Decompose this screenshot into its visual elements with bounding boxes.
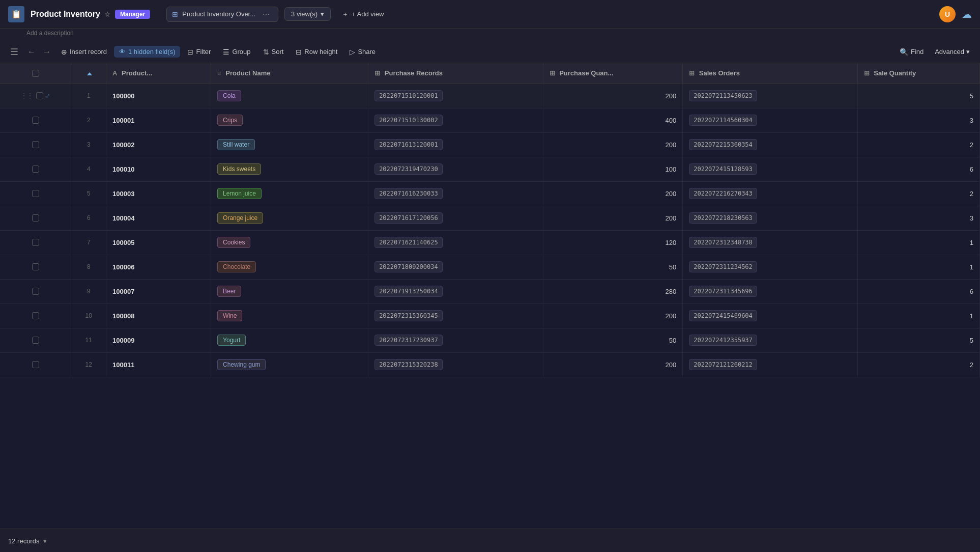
- purchase-record-chip[interactable]: 2022072317230937: [374, 335, 443, 346]
- salesorders-column-header[interactable]: ⊞ Sales Orders: [683, 63, 857, 84]
- star-icon[interactable]: ☆: [104, 10, 111, 18]
- table-row[interactable]: 7100005Cookies20220716211406251202022072…: [0, 230, 980, 255]
- share-button[interactable]: ▷ Share: [344, 45, 381, 59]
- sale-quantity-cell: 5: [857, 328, 979, 352]
- row-checkbox[interactable]: [32, 263, 39, 270]
- sales-orders-cell: 2022072113450623: [683, 84, 857, 108]
- table-row[interactable]: 2100001Crips2022071510130002400202207211…: [0, 108, 980, 132]
- sidebar-toggle-button[interactable]: ☰: [6, 44, 22, 60]
- purchase-quantity-cell: 200: [543, 352, 683, 377]
- row-checkbox[interactable]: [32, 214, 39, 222]
- table-row[interactable]: 8100006Chocolate202207180920003450202207…: [0, 255, 980, 279]
- sales-order-chip[interactable]: 2022072415469604: [689, 310, 757, 321]
- table-row[interactable]: 11100009Yogurt20220723172309375020220724…: [0, 328, 980, 352]
- productid-column-header[interactable]: A Product...: [106, 63, 211, 84]
- sales-order-chip[interactable]: 2022072311345696: [689, 286, 757, 297]
- table-row[interactable]: 4100010Kids sweets2022072319470230100202…: [0, 157, 980, 181]
- purchase-record-chip[interactable]: 2022072315320238: [374, 359, 443, 370]
- row-checkbox[interactable]: [32, 141, 39, 148]
- sales-order-chip[interactable]: 2022072312348738: [689, 237, 757, 248]
- avatar[interactable]: U: [939, 6, 956, 22]
- purchase-record-chip[interactable]: 2022071510130002: [374, 115, 443, 126]
- purchase-record-chip[interactable]: 2022072315360345: [374, 310, 443, 321]
- cloud-icon[interactable]: ☁: [962, 8, 972, 20]
- table-row[interactable]: 9100007Beer20220719132500342802022072311…: [0, 279, 980, 303]
- find-label: Find: [911, 48, 924, 56]
- row-number: 12: [71, 352, 106, 377]
- sale-quantity-cell: 2: [857, 132, 979, 157]
- chevron-down-icon: ▾: [966, 48, 970, 56]
- table-row[interactable]: 5100003Lemon juice2022071616230033200202…: [0, 181, 980, 206]
- table-row[interactable]: 12100011Chewing gum202207231532023820020…: [0, 352, 980, 377]
- sort-icon: ⇅: [263, 48, 269, 56]
- select-all-header[interactable]: [0, 63, 71, 84]
- purchasequantity-column-header[interactable]: ⊞ Purchase Quan...: [543, 63, 683, 84]
- sale-quantity-cell: 1: [857, 230, 979, 255]
- purchase-record-chip[interactable]: 2022072319470230: [374, 163, 443, 175]
- view-tab-options[interactable]: ⋯: [260, 9, 273, 19]
- purchase-record-chip[interactable]: 2022071613120001: [374, 139, 443, 150]
- purchase-records-cell: 2022071616230033: [368, 181, 543, 206]
- purchase-records-cell: 2022071621140625: [368, 230, 543, 255]
- sales-order-chip[interactable]: 2022072412355937: [689, 335, 757, 346]
- redo-button[interactable]: →: [40, 45, 54, 59]
- add-view-button[interactable]: ＋ + Add view: [337, 7, 389, 21]
- table-footer: 12 records ▾: [0, 529, 980, 552]
- purchase-record-chip[interactable]: 2022071616230033: [374, 188, 443, 199]
- sales-order-chip[interactable]: 2022072114560304: [689, 115, 757, 126]
- row-checkbox[interactable]: [32, 337, 39, 344]
- productname-column-header[interactable]: ≡ Product Name: [211, 63, 368, 84]
- purchase-quantity-cell: 100: [543, 157, 683, 181]
- row-checkbox[interactable]: [32, 312, 39, 319]
- select-all-checkbox[interactable]: [32, 70, 39, 77]
- row-checkbox[interactable]: [36, 92, 43, 99]
- table-row[interactable]: ⋮⋮ ⤢ 1100000Cola202207151012000120020220…: [0, 84, 980, 108]
- purchase-record-chip[interactable]: 2022071621140625: [374, 237, 443, 248]
- expand-row-icon[interactable]: ⤢: [45, 93, 50, 99]
- purchase-records-cell: 2022072319470230: [368, 157, 543, 181]
- row-checkbox[interactable]: [32, 288, 39, 295]
- records-dropdown-icon[interactable]: ▾: [43, 537, 47, 545]
- purchase-records-cell: 2022071510130002: [368, 108, 543, 132]
- table-row[interactable]: 6100004Orange juice202207161712005620020…: [0, 206, 980, 230]
- row-checkbox[interactable]: [32, 117, 39, 124]
- sales-order-chip[interactable]: 2022072113450623: [689, 90, 757, 101]
- sales-order-chip[interactable]: 2022072121260212: [689, 359, 757, 370]
- sales-order-chip[interactable]: 2022072215360354: [689, 139, 757, 150]
- row-checkbox[interactable]: [32, 190, 39, 197]
- purchase-record-chip[interactable]: 2022071510120001: [374, 90, 443, 101]
- view-tab-container[interactable]: ⊞ Product Inventory Over... ⋯: [166, 7, 278, 22]
- filter-button[interactable]: ⊟ Filter: [182, 45, 216, 59]
- sales-order-chip[interactable]: 2022072218230563: [689, 212, 757, 224]
- advanced-button[interactable]: Advanced ▾: [931, 45, 974, 58]
- row-height-button[interactable]: ⊟ Row height: [291, 45, 342, 59]
- productid-column-label: Product...: [122, 69, 152, 77]
- row-checkbox[interactable]: [32, 165, 39, 173]
- sales-order-chip[interactable]: 2022072415128593: [689, 163, 757, 175]
- group-button[interactable]: ☰ Group: [218, 45, 255, 59]
- table-row[interactable]: 10100008Wine2022072315360345200202207241…: [0, 303, 980, 328]
- purchaserecords-column-header[interactable]: ⊞ Purchase Records: [368, 63, 543, 84]
- filter-label: Filter: [196, 48, 211, 56]
- undo-button[interactable]: ←: [24, 45, 39, 59]
- sales-order-chip[interactable]: 2022072216270343: [689, 188, 757, 199]
- table-row[interactable]: 3100002Still water2022071613120001200202…: [0, 132, 980, 157]
- row-checkbox[interactable]: [32, 239, 39, 246]
- purchase-record-chip[interactable]: 2022071617120056: [374, 212, 443, 224]
- salequantity-column-header[interactable]: ⊞ Sale Quantity: [857, 63, 979, 84]
- purchase-record-chip[interactable]: 2022071809200034: [374, 261, 443, 272]
- sales-order-chip[interactable]: 2022072311234562: [689, 261, 757, 272]
- row-checkbox[interactable]: [32, 361, 39, 368]
- filter-icon: ⊟: [187, 48, 193, 56]
- row-height-label: Row height: [304, 48, 337, 56]
- eye-icon: 👁: [119, 48, 126, 56]
- find-button[interactable]: 🔍 Find: [895, 45, 929, 59]
- nav-arrows: ← →: [24, 45, 54, 59]
- sort-button[interactable]: ⇅ Sort: [258, 45, 289, 59]
- purchase-record-chip[interactable]: 2022071913250034: [374, 286, 443, 297]
- row-drag-handle[interactable]: ⋮⋮: [21, 92, 34, 99]
- insert-record-button[interactable]: ⊕ Insert record: [56, 45, 112, 59]
- sales-orders-cell: 2022072311234562: [683, 255, 857, 279]
- views-count-button[interactable]: 3 view(s) ▾: [284, 7, 331, 21]
- hidden-fields-button[interactable]: 👁 1 hidden field(s): [114, 46, 181, 58]
